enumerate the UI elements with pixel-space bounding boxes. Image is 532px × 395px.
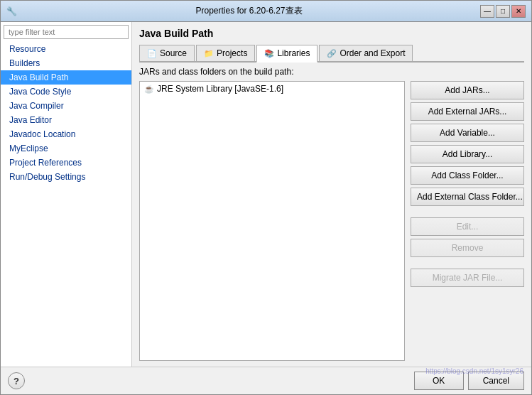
library-item-icon: ☕ xyxy=(144,85,154,94)
window-controls: — □ ✕ xyxy=(480,5,526,18)
footer-left: ? xyxy=(8,372,25,389)
sidebar-item-java-compiler[interactable]: Java Compiler xyxy=(1,99,131,113)
add-external-jars--button[interactable]: Add External JARs... xyxy=(411,102,524,121)
add-external-class-folder--button[interactable]: Add External Class Folder... xyxy=(411,188,524,206)
sidebar-item-resource[interactable]: Resource xyxy=(1,42,131,56)
projects-tab-label: Projects xyxy=(217,48,247,58)
tab-source[interactable]: 📄Source xyxy=(139,45,195,61)
edit--button: Edit... xyxy=(411,217,524,236)
library-area: ☕JRE System Library [JavaSE-1.6] Add JAR… xyxy=(139,81,524,361)
window-title: Properties for 6.20-6.27查表 xyxy=(18,5,480,17)
sidebar-item-project-references[interactable]: Project References xyxy=(1,156,131,170)
list-item[interactable]: ☕JRE System Library [JavaSE-1.6] xyxy=(140,82,404,96)
main-window: 🔧 Properties for 6.20-6.27查表 — □ ✕ Resou… xyxy=(0,0,532,395)
sidebar-item-java-code-style[interactable]: Java Code Style xyxy=(1,85,131,99)
add-library--button[interactable]: Add Library... xyxy=(411,145,524,163)
close-button[interactable]: ✕ xyxy=(511,5,526,18)
help-button[interactable]: ? xyxy=(8,372,25,389)
sidebar-item-java-build-path[interactable]: Java Build Path xyxy=(1,70,131,85)
sidebar-item-run/debug-settings[interactable]: Run/Debug Settings xyxy=(1,170,131,184)
footer: ? OK Cancel xyxy=(1,367,531,394)
ok-button[interactable]: OK xyxy=(414,372,464,390)
app-icon: 🔧 xyxy=(6,6,18,17)
cancel-button[interactable]: Cancel xyxy=(468,372,524,390)
tabs-bar: 📄Source📁Projects📚Libraries🔗Order and Exp… xyxy=(139,45,524,63)
footer-right: OK Cancel xyxy=(414,372,524,390)
add-jars--button[interactable]: Add JARs... xyxy=(411,81,524,99)
filter-input[interactable] xyxy=(4,25,129,39)
source-tab-icon: 📄 xyxy=(147,49,157,58)
sidebar-item-javadoc-location[interactable]: Javadoc Location xyxy=(1,127,131,141)
projects-tab-icon: 📁 xyxy=(204,49,214,58)
library-list[interactable]: ☕JRE System Library [JavaSE-1.6] xyxy=(139,81,405,361)
button-spacer xyxy=(411,260,524,266)
sidebar-item-java-editor[interactable]: Java Editor xyxy=(1,113,131,127)
minimize-button[interactable]: — xyxy=(480,5,494,18)
sidebar-item-builders[interactable]: Builders xyxy=(1,56,131,70)
tab-libraries[interactable]: 📚Libraries xyxy=(256,45,317,63)
button-spacer xyxy=(411,209,524,215)
content-area: ResourceBuildersJava Build PathJava Code… xyxy=(1,22,531,367)
add-variable--button[interactable]: Add Variable... xyxy=(411,124,524,142)
source-tab-label: Source xyxy=(160,48,187,58)
section-description: JARs and class folders on the build path… xyxy=(139,67,524,77)
order and export-tab-label: Order and Export xyxy=(340,48,405,58)
library-item-label: JRE System Library [JavaSE-1.6] xyxy=(157,84,283,94)
add-class-folder--button[interactable]: Add Class Folder... xyxy=(411,166,524,185)
tab-projects[interactable]: 📁Projects xyxy=(196,45,255,61)
sidebar: ResourceBuildersJava Build PathJava Code… xyxy=(1,22,132,367)
main-panel: Java Build Path 📄Source📁Projects📚Librari… xyxy=(132,22,531,367)
tab-order-and-export[interactable]: 🔗Order and Export xyxy=(319,45,413,61)
migrate-jar-file--button: Migrate JAR File... xyxy=(411,269,524,287)
order and export-tab-icon: 🔗 xyxy=(327,49,337,58)
remove-button: Remove xyxy=(411,239,524,257)
panel-title: Java Build Path xyxy=(139,28,524,39)
nav-list: ResourceBuildersJava Build PathJava Code… xyxy=(1,42,131,367)
libraries-tab-label: Libraries xyxy=(277,48,310,58)
title-bar: 🔧 Properties for 6.20-6.27查表 — □ ✕ xyxy=(1,1,531,22)
buttons-panel: Add JARs...Add External JARs...Add Varia… xyxy=(411,81,524,361)
libraries-tab-icon: 📚 xyxy=(264,49,274,58)
maximize-button[interactable]: □ xyxy=(496,5,510,18)
sidebar-item-myeclipse[interactable]: MyEclipse xyxy=(1,141,131,156)
